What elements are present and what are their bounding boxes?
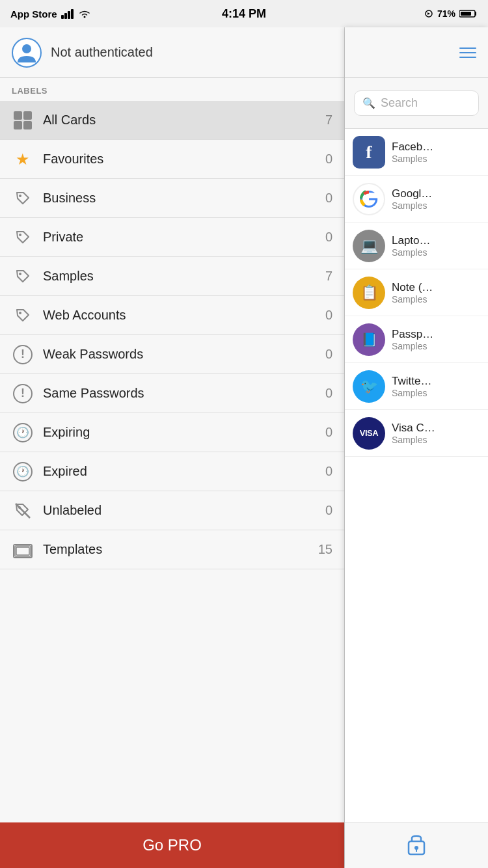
svg-point-11 [19, 273, 21, 275]
weak-passwords-label: Weak Passwords [43, 347, 325, 362]
warning-same-icon: ! [12, 383, 34, 405]
lock-icon[interactable] [405, 831, 427, 860]
facebook-icon: f [353, 136, 385, 169]
note-name: Note (… [392, 281, 433, 294]
tag-crossed-icon [12, 500, 34, 522]
google-sub: Samples [392, 200, 432, 211]
google-text: Googl… Samples [392, 187, 432, 211]
app-store-label: App Store [10, 8, 57, 20]
sidebar-item-expiring[interactable]: 🕐 Expiring 0 [0, 413, 344, 452]
twitter-sub: Samples [392, 388, 431, 398]
hamburger-line-3 [459, 57, 476, 58]
sidebar-item-templates[interactable]: Templates 15 [0, 530, 344, 569]
twitter-icon: 🐦 [353, 370, 385, 403]
right-list: f Faceb… Samples Googl… [345, 129, 488, 822]
sidebar-item-favourites[interactable]: ★ Favourites 0 [0, 140, 344, 179]
list-item-passport[interactable]: 📘 Passp… Samples [345, 316, 488, 363]
facebook-name: Faceb… [392, 141, 433, 154]
svg-rect-0 [61, 15, 64, 19]
templates-count: 15 [318, 542, 332, 557]
private-count: 0 [325, 230, 332, 245]
sidebar-item-samples[interactable]: Samples 7 [0, 257, 344, 296]
note-icon: 📋 [353, 277, 385, 309]
sidebar-item-web-accounts[interactable]: Web Accounts 0 [0, 296, 344, 335]
unlabeled-label: Unlabeled [43, 503, 325, 518]
laptop-sub: Samples [392, 247, 431, 258]
search-bar: 🔍 Search [345, 78, 488, 129]
svg-point-9 [19, 195, 21, 197]
folder-icon [12, 539, 34, 561]
labels-section: LABELS All Cards 7 ★ [0, 78, 344, 822]
business-label: Business [43, 191, 325, 206]
rotation-lock-icon [424, 8, 433, 19]
svg-point-4 [83, 16, 85, 18]
signal-icon [61, 8, 74, 19]
hamburger-line-2 [459, 52, 476, 53]
list-item-visa[interactable]: VISA Visa C… Samples [345, 410, 488, 457]
laptop-name: Lapto… [392, 234, 431, 247]
clock-expired-icon: 🕐 [12, 461, 34, 483]
favourites-label: Favourites [43, 152, 325, 167]
svg-rect-3 [71, 9, 74, 19]
expired-label: Expired [43, 464, 325, 479]
google-name: Googl… [392, 187, 432, 200]
favourites-count: 0 [325, 152, 332, 167]
passport-icon: 📘 [353, 323, 385, 356]
list-item-twitter[interactable]: 🐦 Twitte… Samples [345, 363, 488, 410]
status-left: App Store [10, 8, 91, 20]
facebook-text: Faceb… Samples [392, 141, 433, 164]
business-count: 0 [325, 191, 332, 206]
hamburger-line-1 [459, 47, 476, 49]
search-input-wrapper[interactable]: 🔍 Search [354, 90, 479, 116]
passport-sub: Samples [392, 341, 433, 351]
svg-rect-7 [461, 12, 471, 16]
auth-status: Not authenticated [51, 45, 153, 60]
samples-count: 7 [325, 269, 332, 284]
sidebar-item-private[interactable]: Private 0 [0, 218, 344, 257]
go-pro-button[interactable]: Go PRO [0, 822, 344, 868]
list-item-note[interactable]: 📋 Note (… Samples [345, 269, 488, 316]
hamburger-menu-button[interactable] [459, 47, 476, 58]
tag-icon [12, 187, 34, 210]
left-header: Not authenticated [0, 27, 344, 78]
right-footer [345, 822, 488, 868]
sidebar-item-all-cards[interactable]: All Cards 7 [0, 101, 344, 140]
svg-point-12 [19, 312, 21, 314]
visa-sub: Samples [392, 435, 435, 445]
sidebar-item-expired[interactable]: 🕐 Expired 0 [0, 452, 344, 491]
tag-private-icon [12, 226, 34, 249]
wifi-icon [78, 8, 91, 19]
main-layout: Not authenticated LABELS All Cards 7 [0, 27, 488, 868]
status-bar: App Store 4:14 PM 71% [0, 0, 488, 27]
web-accounts-label: Web Accounts [43, 308, 325, 323]
templates-label: Templates [43, 542, 318, 557]
search-placeholder: Search [381, 96, 418, 110]
note-sub: Samples [392, 294, 433, 305]
list-item-google[interactable]: Googl… Samples [345, 176, 488, 223]
star-icon: ★ [12, 148, 34, 170]
sidebar-item-business[interactable]: Business 0 [0, 179, 344, 218]
warning-weak-icon: ! [12, 344, 34, 366]
expiring-label: Expiring [43, 425, 325, 440]
sidebar-item-same-passwords[interactable]: ! Same Passwords 0 [0, 374, 344, 413]
tag-samples-icon [12, 265, 34, 288]
labels-heading: LABELS [0, 78, 344, 101]
svg-point-8 [22, 44, 31, 53]
google-icon [353, 183, 385, 215]
sidebar-item-weak-passwords[interactable]: ! Weak Passwords 0 [0, 335, 344, 374]
go-pro-label: Go PRO [142, 836, 202, 854]
status-time: 4:14 PM [222, 7, 266, 21]
samples-label: Samples [43, 269, 325, 284]
visa-icon: VISA [353, 417, 385, 450]
list-item-facebook[interactable]: f Faceb… Samples [345, 129, 488, 176]
same-passwords-count: 0 [325, 386, 332, 401]
tag-web-icon [12, 305, 34, 327]
note-text: Note (… Samples [392, 281, 433, 305]
expired-count: 0 [325, 464, 332, 479]
laptop-icon: 💻 [353, 230, 385, 262]
list-item-laptop[interactable]: 💻 Lapto… Samples [345, 223, 488, 269]
twitter-text: Twitte… Samples [392, 375, 431, 398]
sidebar-item-unlabeled[interactable]: Unlabeled 0 [0, 491, 344, 530]
unlabeled-count: 0 [325, 503, 332, 518]
same-passwords-label: Same Passwords [43, 386, 325, 401]
